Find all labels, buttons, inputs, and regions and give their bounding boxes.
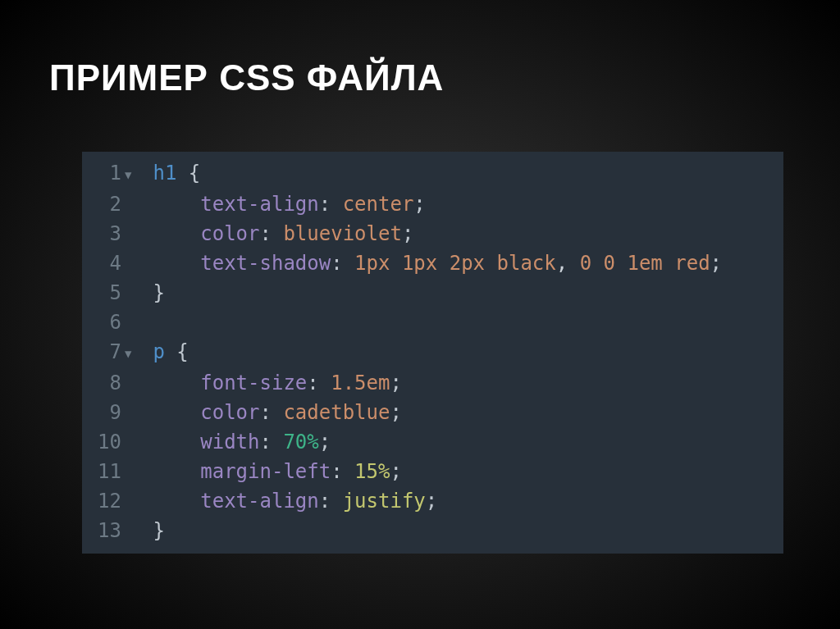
fold-icon	[125, 189, 139, 219]
code-token	[141, 162, 153, 185]
line-number: 7	[82, 337, 125, 368]
code-token: color	[200, 222, 259, 245]
code-token: color	[200, 401, 259, 424]
code-line: 2 text-align: center;	[82, 189, 783, 219]
code-line: 3 color: blueviolet;	[82, 219, 783, 248]
code-token	[141, 401, 200, 424]
code-token: 15%	[354, 460, 390, 483]
code-line: 9 color: cadetblue;	[82, 398, 783, 427]
code-token: ;	[390, 371, 401, 394]
line-number: 2	[82, 189, 125, 219]
code-token	[176, 162, 188, 185]
code-line: 6	[82, 308, 783, 337]
code-token	[141, 460, 200, 483]
code-token: {	[176, 340, 188, 363]
code-token: }	[153, 281, 164, 304]
code-token: margin-left	[200, 460, 331, 483]
line-number: 6	[82, 308, 125, 337]
code-token: :	[260, 222, 284, 245]
code-token: width	[200, 431, 259, 454]
line-number: 13	[82, 516, 125, 545]
fold-icon	[125, 457, 139, 486]
line-number: 11	[82, 457, 125, 486]
code-line: 12 text-align: justify;	[82, 486, 783, 516]
line-number: 12	[82, 486, 125, 516]
code-token	[165, 340, 176, 363]
code-token	[141, 340, 153, 363]
code-token	[141, 252, 200, 275]
code-line: 13 }	[82, 516, 783, 545]
code-token: font-size	[200, 371, 307, 394]
fold-icon	[125, 368, 139, 398]
code-token: ;	[426, 490, 437, 513]
code-token	[141, 311, 153, 334]
code-line: 5 }	[82, 278, 783, 308]
fold-icon	[125, 219, 139, 248]
line-number: 8	[82, 368, 125, 398]
fold-icon	[125, 278, 139, 308]
line-number: 5	[82, 278, 125, 308]
code-token: :	[260, 431, 284, 454]
fold-icon	[125, 516, 139, 545]
code-token: :	[319, 490, 343, 513]
code-content: }	[139, 516, 165, 545]
code-content: margin-left: 15%;	[139, 457, 402, 486]
code-token	[141, 519, 153, 542]
code-content: color: blueviolet;	[139, 219, 413, 248]
code-content: text-align: justify;	[139, 486, 437, 516]
code-token: }	[153, 519, 164, 542]
code-content: h1 {	[139, 158, 200, 189]
code-token: :	[331, 252, 354, 275]
code-content: width: 70%;	[139, 427, 331, 457]
line-number: 3	[82, 219, 125, 248]
code-content	[139, 308, 153, 337]
code-token: ;	[390, 460, 401, 483]
code-token: p	[153, 340, 164, 363]
code-token: 70%	[283, 431, 318, 454]
code-token: text-align	[200, 490, 319, 513]
code-token: center	[343, 193, 414, 216]
code-line: 1▼ h1 {	[82, 158, 783, 189]
code-token: ;	[710, 252, 722, 275]
fold-icon	[125, 486, 139, 516]
code-block: 1▼ h1 {2 text-align: center;3 color: blu…	[82, 152, 783, 554]
page-title: ПРИМЕР CSS ФАЙЛА	[49, 57, 791, 98]
code-content: text-align: center;	[139, 189, 426, 219]
fold-icon	[125, 427, 139, 457]
code-token: ;	[402, 222, 413, 245]
code-token: ,	[556, 252, 580, 275]
fold-icon[interactable]: ▼	[125, 158, 139, 189]
code-content: font-size: 1.5em;	[139, 368, 402, 398]
code-token	[141, 490, 200, 513]
code-token: blueviolet	[283, 222, 402, 245]
fold-icon	[125, 308, 139, 337]
slide: ПРИМЕР CSS ФАЙЛА 1▼ h1 {2 text-align: ce…	[0, 0, 840, 554]
code-content: }	[139, 278, 165, 308]
code-line: 4 text-shadow: 1px 1px 2px black, 0 0 1e…	[82, 248, 783, 278]
code-token: ;	[319, 431, 331, 454]
line-number: 4	[82, 248, 125, 278]
code-token: :	[331, 460, 354, 483]
fold-icon[interactable]: ▼	[125, 337, 139, 368]
fold-icon	[125, 248, 139, 278]
code-content: color: cadetblue;	[139, 398, 402, 427]
code-token: cadetblue	[283, 401, 390, 424]
code-line: 11 margin-left: 15%;	[82, 457, 783, 486]
code-token: 1px 1px 2px black	[354, 252, 556, 275]
code-token: {	[189, 162, 200, 185]
line-number: 10	[82, 427, 125, 457]
code-line: 10 width: 70%;	[82, 427, 783, 457]
code-token: h1	[153, 162, 176, 185]
code-line: 8 font-size: 1.5em;	[82, 368, 783, 398]
code-token: text-align	[200, 193, 319, 216]
code-content: text-shadow: 1px 1px 2px black, 0 0 1em …	[139, 248, 722, 278]
code-token	[141, 222, 200, 245]
code-token: 1.5em	[331, 371, 390, 394]
code-token	[141, 371, 200, 394]
code-token: :	[260, 401, 284, 424]
code-token: :	[307, 371, 331, 394]
code-token: 0 0 1em red	[580, 252, 710, 275]
code-token: ;	[390, 401, 401, 424]
code-token: justify	[343, 490, 426, 513]
code-token: :	[319, 193, 343, 216]
